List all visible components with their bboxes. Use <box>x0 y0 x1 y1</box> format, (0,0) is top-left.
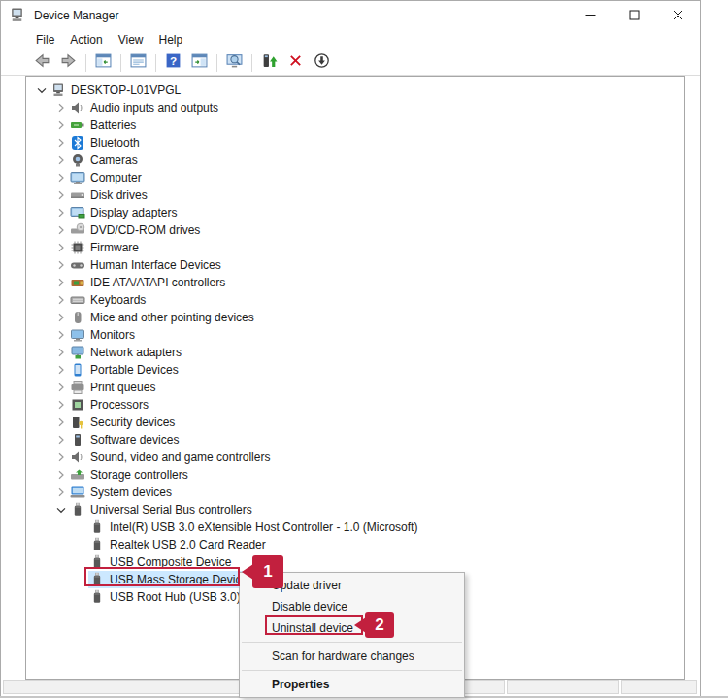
tree-item-dvd-cd-rom-drives[interactable]: DVD/CD-ROM drives <box>26 221 684 239</box>
tree-item-content[interactable]: Display adapters <box>69 204 181 221</box>
uninstall-device-button[interactable] <box>282 51 309 75</box>
back-button[interactable] <box>29 51 55 75</box>
tree-item-content[interactable]: IDE ATA/ATAPI controllers <box>69 274 229 291</box>
menu-view[interactable]: View <box>111 29 151 50</box>
tree-item-content[interactable]: Cameras <box>69 151 142 169</box>
maximize-button[interactable] <box>612 1 656 29</box>
chevron-collapsed-icon[interactable] <box>53 257 69 273</box>
tree-item-firmware[interactable]: Firmware <box>26 239 684 256</box>
tree-item-computer[interactable]: Computer <box>26 169 684 186</box>
chevron-collapsed-icon[interactable] <box>53 100 69 116</box>
tree-item-content[interactable]: Firmware <box>69 239 143 256</box>
tree-item-content[interactable]: USB Root Hub (USB 3.0) <box>88 588 245 606</box>
menu-file[interactable]: File <box>28 29 62 50</box>
tree-item-content[interactable]: Network adapters <box>69 344 185 361</box>
chevron-collapsed-icon[interactable] <box>53 135 69 150</box>
tree-item-system-devices[interactable]: System devices <box>26 483 684 501</box>
badge-arrow-left-icon <box>242 564 253 580</box>
menu-action[interactable]: Action <box>62 29 110 50</box>
update-driver-button[interactable] <box>256 51 282 75</box>
chevron-collapsed-icon[interactable] <box>53 327 69 343</box>
menu-help[interactable]: Help <box>151 29 191 50</box>
tree-item-security-devices[interactable]: Security devices <box>26 414 684 431</box>
chevron-collapsed-icon[interactable] <box>53 117 69 133</box>
tree-item-content[interactable]: Bluetooth <box>69 134 144 151</box>
chevron-collapsed-icon[interactable] <box>53 240 69 255</box>
tree-item-print-queues[interactable]: Print queues <box>26 379 684 396</box>
tree-item-content[interactable]: Mice and other pointing devices <box>69 309 258 326</box>
chevron-collapsed-icon[interactable] <box>53 292 69 308</box>
tree-item-content[interactable]: Storage controllers <box>69 466 192 483</box>
properties-button[interactable] <box>125 51 151 75</box>
tree-item-software-devices[interactable]: Software devices <box>26 431 684 449</box>
tree-item-content[interactable]: System devices <box>69 483 176 501</box>
tree-item-content[interactable]: DESKTOP-L01VPGL <box>50 82 184 99</box>
chevron-collapsed-icon[interactable] <box>53 187 69 203</box>
chevron-collapsed-icon[interactable] <box>53 362 69 378</box>
chevron-collapsed-icon[interactable] <box>53 310 69 325</box>
chevron-collapsed-icon[interactable] <box>53 222 69 238</box>
tree-item-portable-devices[interactable]: Portable Devices <box>26 361 684 379</box>
tree-item-content[interactable]: Human Interface Devices <box>69 256 225 274</box>
tree-item-content[interactable]: Keyboards <box>69 291 149 309</box>
tree-item-cameras[interactable]: Cameras <box>26 151 684 169</box>
disable-device-button[interactable] <box>309 51 335 75</box>
tree-item-content[interactable]: Intel(R) USB 3.0 eXtensible Host Control… <box>88 518 421 536</box>
tree-item-content[interactable]: Software devices <box>69 431 182 449</box>
tree-item-ide-ata-atapi-controllers[interactable]: IDE ATA/ATAPI controllers <box>26 274 684 291</box>
tree-item-realtek-usb-2-0-card-reader[interactable]: Realtek USB 2.0 Card Reader <box>26 536 684 553</box>
tree-item-universal-serial-bus-controllers[interactable]: Universal Serial Bus controllers <box>26 501 684 518</box>
action-pane-button[interactable] <box>186 51 213 75</box>
chevron-collapsed-icon[interactable] <box>53 397 69 413</box>
chevron-collapsed-icon[interactable] <box>53 205 69 220</box>
tree-item-audio-inputs-and-outputs[interactable]: Audio inputs and outputs <box>26 99 684 117</box>
tree-item-mice-and-other-pointing-devices[interactable]: Mice and other pointing devices <box>26 309 684 326</box>
scan-hardware-button[interactable] <box>221 51 248 75</box>
chevron-collapsed-icon[interactable] <box>53 467 69 483</box>
tree-item-desktop-l01vpgl[interactable]: DESKTOP-L01VPGL <box>26 82 684 99</box>
chevron-collapsed-icon[interactable] <box>53 432 69 448</box>
tree-item-processors[interactable]: Processors <box>26 396 684 414</box>
tree-item-content[interactable]: Realtek USB 2.0 Card Reader <box>88 536 270 553</box>
tree-item-storage-controllers[interactable]: Storage controllers <box>26 466 684 483</box>
tree-item-content[interactable]: Computer <box>69 169 146 186</box>
chevron-collapsed-icon[interactable] <box>53 484 69 500</box>
tree-item-content[interactable]: Security devices <box>69 414 179 431</box>
chevron-expanded-icon[interactable] <box>34 83 50 98</box>
tree-item-network-adapters[interactable]: Network adapters <box>26 344 684 361</box>
tree-item-content[interactable]: DVD/CD-ROM drives <box>69 221 204 239</box>
tree-item-display-adapters[interactable]: Display adapters <box>26 204 684 221</box>
context-menu-item-scan-for-hardware-changes[interactable]: Scan for hardware changes <box>240 646 464 667</box>
tree-item-keyboards[interactable]: Keyboards <box>26 291 684 309</box>
tree-item-content[interactable]: Processors <box>69 396 152 414</box>
chevron-collapsed-icon[interactable] <box>53 152 69 168</box>
tree-item-content[interactable]: Sound, video and game controllers <box>69 449 274 466</box>
tree-item-content[interactable]: Audio inputs and outputs <box>69 99 222 117</box>
context-menu-item-properties[interactable]: Properties <box>240 674 464 695</box>
tree-item-content[interactable]: Monitors <box>69 326 139 344</box>
tree-item-sound-video-and-game-controllers[interactable]: Sound, video and game controllers <box>26 449 684 466</box>
chevron-expanded-icon[interactable] <box>53 502 69 517</box>
chevron-collapsed-icon[interactable] <box>53 170 69 185</box>
tree-item-batteries[interactable]: Batteries <box>26 117 684 134</box>
tree-item-content[interactable]: Batteries <box>69 117 140 134</box>
help-button[interactable]: ? <box>160 51 186 75</box>
minimize-button[interactable] <box>569 1 612 29</box>
chevron-collapsed-icon[interactable] <box>53 415 69 430</box>
tree-item-human-interface-devices[interactable]: Human Interface Devices <box>26 256 684 274</box>
tree-item-disk-drives[interactable]: Disk drives <box>26 186 684 204</box>
tree-item-bluetooth[interactable]: Bluetooth <box>26 134 684 151</box>
close-button[interactable] <box>656 1 700 29</box>
chevron-collapsed-icon[interactable] <box>53 275 69 290</box>
forward-button[interactable] <box>55 51 82 75</box>
show-console-tree-button[interactable] <box>90 51 116 75</box>
tree-item-content[interactable]: Universal Serial Bus controllers <box>69 501 256 518</box>
tree-item-content[interactable]: Disk drives <box>69 186 151 204</box>
tree-item-intel-r-usb-3-0-extensible-host-controll[interactable]: Intel(R) USB 3.0 eXtensible Host Control… <box>26 518 684 536</box>
chevron-collapsed-icon[interactable] <box>53 450 69 465</box>
chevron-collapsed-icon[interactable] <box>53 380 69 395</box>
chevron-collapsed-icon[interactable] <box>53 345 69 360</box>
tree-item-monitors[interactable]: Monitors <box>26 326 684 344</box>
tree-item-content[interactable]: Portable Devices <box>69 361 182 379</box>
tree-item-content[interactable]: Print queues <box>69 379 159 396</box>
